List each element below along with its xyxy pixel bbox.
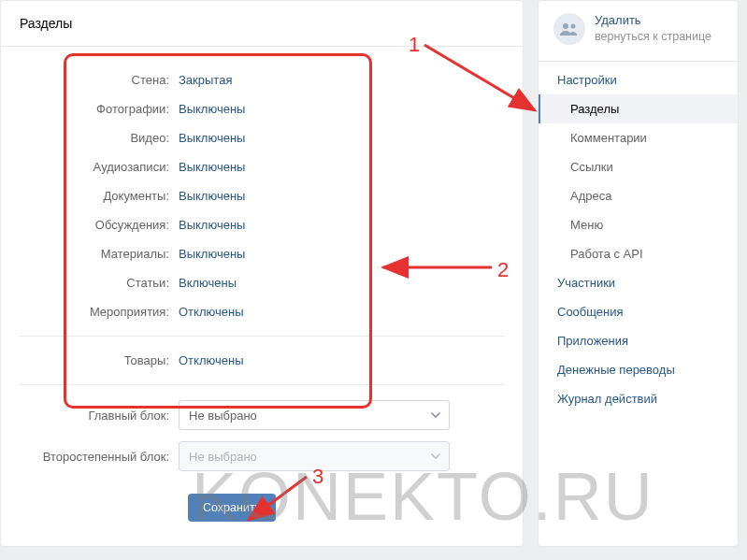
setting-label: Обсуждения: bbox=[20, 218, 179, 232]
setting-value-goods[interactable]: Отключены bbox=[179, 353, 243, 367]
divider bbox=[539, 61, 738, 62]
setting-label: Материалы: bbox=[20, 247, 179, 261]
setting-value-photos[interactable]: Выключены bbox=[179, 102, 245, 116]
setting-value-articles[interactable]: Включены bbox=[179, 276, 237, 290]
select-label: Второстепенный блок: bbox=[20, 450, 179, 464]
setting-value-events[interactable]: Отключены bbox=[179, 305, 243, 319]
save-button[interactable]: Сохранить bbox=[188, 494, 276, 522]
select-value: Не выбрано bbox=[189, 450, 257, 464]
sidebar-item-addresses[interactable]: Адреса bbox=[539, 181, 738, 210]
divider bbox=[20, 336, 504, 337]
delete-link[interactable]: Удалить bbox=[595, 12, 711, 29]
setting-row: Обсуждения: Выключены bbox=[20, 210, 504, 239]
svg-point-0 bbox=[563, 23, 568, 29]
sidebar: Удалить вернуться к странице Настройки Р… bbox=[538, 0, 739, 547]
sidebar-item-sections[interactable]: Разделы bbox=[539, 94, 738, 123]
setting-row: Фотографии: Выключены bbox=[20, 94, 504, 123]
back-to-page-link[interactable]: вернуться к странице bbox=[595, 29, 711, 46]
main-block-select[interactable]: Не выбрано bbox=[179, 400, 450, 430]
setting-value-materials[interactable]: Выключены bbox=[179, 247, 245, 261]
setting-label: Фотографии: bbox=[20, 102, 179, 116]
sidebar-item-money[interactable]: Денежные переводы bbox=[539, 355, 738, 384]
divider bbox=[20, 384, 504, 385]
setting-value-discussions[interactable]: Выключены bbox=[179, 218, 245, 232]
sidebar-item-comments[interactable]: Комментарии bbox=[539, 123, 738, 152]
setting-value-video[interactable]: Выключены bbox=[179, 131, 245, 145]
setting-label: Товары: bbox=[20, 353, 179, 367]
setting-row: Видео: Выключены bbox=[20, 123, 504, 152]
setting-value-docs[interactable]: Выключены bbox=[179, 189, 245, 203]
setting-row: Документы: Выключены bbox=[20, 181, 504, 210]
setting-row: Стена: Закрытая bbox=[20, 65, 504, 94]
setting-label: Видео: bbox=[20, 131, 179, 145]
setting-value-wall[interactable]: Закрытая bbox=[179, 73, 232, 87]
setting-label: Мероприятия: bbox=[20, 305, 179, 319]
secondary-block-select: Не выбрано bbox=[179, 441, 450, 471]
setting-value-audio[interactable]: Выключены bbox=[179, 160, 245, 174]
sidebar-item-links[interactable]: Ссылки bbox=[539, 152, 738, 181]
main-panel: Разделы Стена: Закрытая Фотографии: Выкл… bbox=[0, 0, 524, 547]
setting-row: Аудиозаписи: Выключены bbox=[20, 152, 504, 181]
setting-label: Аудиозаписи: bbox=[20, 160, 179, 174]
setting-row: Материалы: Выключены bbox=[20, 239, 504, 268]
sidebar-header: Удалить вернуться к странице bbox=[539, 1, 738, 57]
sidebar-item-messages[interactable]: Сообщения bbox=[539, 297, 738, 326]
sidebar-item-settings[interactable]: Настройки bbox=[539, 65, 738, 94]
sidebar-item-members[interactable]: Участники bbox=[539, 268, 738, 297]
setting-label: Статьи: bbox=[20, 276, 179, 290]
select-label: Главный блок: bbox=[20, 409, 179, 423]
page-title: Разделы bbox=[1, 1, 523, 47]
group-avatar-icon bbox=[553, 13, 585, 45]
setting-row: Статьи: Включены bbox=[20, 268, 504, 297]
select-row: Второстепенный блок: Не выбрано bbox=[20, 436, 504, 477]
sidebar-item-api[interactable]: Работа с API bbox=[539, 239, 738, 268]
sidebar-item-apps[interactable]: Приложения bbox=[539, 326, 738, 355]
setting-label: Документы: bbox=[20, 189, 179, 203]
sidebar-item-menu[interactable]: Меню bbox=[539, 210, 738, 239]
svg-point-1 bbox=[571, 23, 576, 28]
setting-row: Товары: Отключены bbox=[20, 346, 504, 375]
sidebar-item-log[interactable]: Журнал действий bbox=[539, 384, 738, 413]
setting-row: Мероприятия: Отключены bbox=[20, 297, 504, 326]
setting-label: Стена: bbox=[20, 73, 179, 87]
select-row: Главный блок: Не выбрано bbox=[20, 395, 504, 436]
select-value: Не выбрано bbox=[189, 409, 257, 423]
